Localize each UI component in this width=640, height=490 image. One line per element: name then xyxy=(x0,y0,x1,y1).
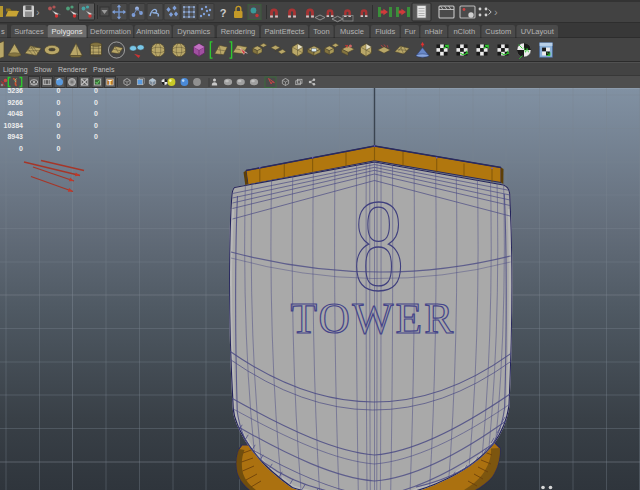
svg-text:Muscle: Muscle xyxy=(340,27,364,36)
svg-text:UVLayout: UVLayout xyxy=(521,27,555,36)
svg-text:0: 0 xyxy=(57,122,61,129)
svg-text:T: T xyxy=(108,79,112,86)
svg-text:0: 0 xyxy=(94,133,98,140)
svg-text:Dynamics: Dynamics xyxy=(177,27,210,36)
svg-text:Toon: Toon xyxy=(313,27,329,36)
svg-text:›: › xyxy=(494,6,498,18)
svg-text:Fluids: Fluids xyxy=(375,27,395,36)
svg-text:10384: 10384 xyxy=(4,122,24,129)
svg-text:0: 0 xyxy=(57,110,61,117)
svg-text:0: 0 xyxy=(94,110,98,117)
svg-text:Rendering: Rendering xyxy=(221,27,256,36)
svg-text:Lighting: Lighting xyxy=(3,66,28,74)
svg-text:0: 0 xyxy=(57,145,61,152)
svg-text:Deformation: Deformation xyxy=(90,27,131,36)
svg-text:s: s xyxy=(1,27,5,36)
svg-text:0: 0 xyxy=(94,99,98,106)
svg-text:4048: 4048 xyxy=(7,110,23,117)
svg-text:?: ? xyxy=(220,7,227,19)
svg-text:TOWER: TOWER xyxy=(291,294,456,342)
svg-text:0: 0 xyxy=(57,99,61,106)
svg-text:Animation: Animation xyxy=(136,27,169,36)
svg-text:0: 0 xyxy=(57,87,61,94)
svg-text:Renderer: Renderer xyxy=(58,66,88,73)
svg-text:0: 0 xyxy=(57,133,61,140)
svg-text:8943: 8943 xyxy=(7,133,23,140)
svg-text:Surfaces: Surfaces xyxy=(14,27,44,36)
svg-text:PaintEffects: PaintEffects xyxy=(265,27,305,36)
svg-text:Custom: Custom xyxy=(485,27,511,36)
svg-text:9266: 9266 xyxy=(7,99,23,106)
svg-text:nHair: nHair xyxy=(425,27,443,36)
svg-text:Show: Show xyxy=(34,66,52,73)
svg-text:nCloth: nCloth xyxy=(453,27,475,36)
svg-text:5236: 5236 xyxy=(7,87,23,94)
svg-text:Polygons: Polygons xyxy=(52,27,83,36)
svg-text:0: 0 xyxy=(19,145,23,152)
svg-text:›: › xyxy=(36,6,40,18)
svg-text:Fur: Fur xyxy=(404,27,416,36)
svg-text:Panels: Panels xyxy=(93,66,115,73)
svg-text:0: 0 xyxy=(94,87,98,94)
svg-text:0: 0 xyxy=(94,122,98,129)
